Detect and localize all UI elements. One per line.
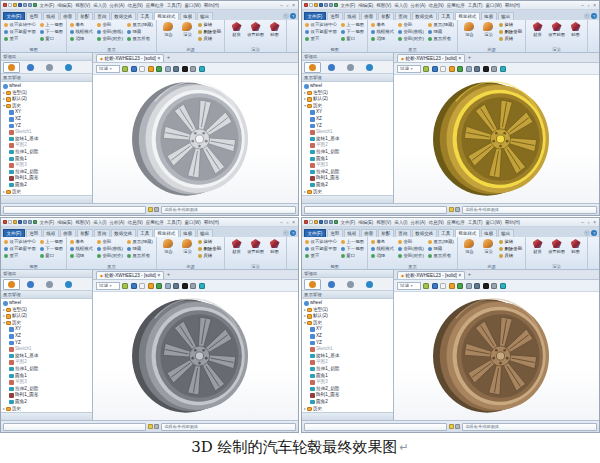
annotate-icon[interactable]: [173, 283, 179, 289]
tree-item[interactable]: 拉伸2_切除: [302, 169, 393, 176]
tree-item[interactable]: Sketch1: [302, 346, 393, 353]
ribbon-button[interactable]: 全部(曲线): [97, 245, 123, 252]
scene-icon[interactable]: [457, 283, 463, 289]
ribbon-button[interactable]: 渲染: [179, 21, 196, 37]
tree-item[interactable]: 阵列1_圆形: [302, 392, 393, 399]
ribbon-button[interactable]: 全部: [398, 238, 424, 245]
wireframe-mode-icon[interactable]: [432, 283, 438, 289]
ribbon-button[interactable]: 设置观察平面: [305, 28, 337, 35]
tree-item[interactable]: XY: [1, 326, 92, 333]
redefine-manager-tab[interactable]: [41, 279, 58, 290]
ribbon-tab[interactable]: 输出: [197, 12, 213, 20]
tree-item[interactable]: 草图2: [1, 142, 92, 149]
collapse-ribbon-icon[interactable]: ˆ: [283, 13, 289, 19]
tree-item[interactable]: 旋转1_基体: [1, 136, 92, 143]
expand-arrow-icon[interactable]: ▸: [304, 96, 306, 103]
ribbon-tab[interactable]: 工具: [438, 12, 454, 20]
ribbon-tab[interactable]: 文件(F): [3, 229, 25, 237]
render-ball-icon[interactable]: [199, 66, 205, 72]
tree-item[interactable]: 草图3: [1, 379, 92, 386]
ribbon-tab[interactable]: 工具: [438, 229, 454, 237]
menu-item[interactable]: 信息(N): [429, 220, 444, 225]
menu-item[interactable]: 信息(N): [128, 3, 143, 8]
tree-item[interactable]: ▸造型(1): [302, 307, 393, 314]
ribbon-tab[interactable]: 装配: [77, 229, 93, 237]
ribbon-tab[interactable]: 电极: [481, 12, 497, 20]
ribbon-button[interactable]: 渲染: [480, 238, 497, 254]
wheel-3d-model[interactable]: [429, 81, 564, 197]
ribbon-tab[interactable]: 装配: [77, 12, 93, 20]
ribbon-button[interactable]: 设置旋转中心: [305, 238, 337, 245]
ribbon-button[interactable]: 线框模式: [371, 245, 394, 252]
assembly-manager-tab[interactable]: [22, 279, 39, 290]
menu-item[interactable]: 窗口(W): [185, 3, 201, 8]
close-tab-icon[interactable]: ×: [458, 273, 461, 278]
tree-item[interactable]: XY: [1, 109, 92, 116]
ribbon-button[interactable]: 贴图: [567, 238, 584, 254]
tree-item[interactable]: ▸造型(1): [1, 307, 92, 314]
menu-item[interactable]: 视图(V): [376, 3, 391, 8]
assembly-manager-tab[interactable]: [323, 62, 340, 73]
view-manager-tab[interactable]: [361, 62, 378, 73]
selection-filter-dropdown[interactable]: 过滤 ▾: [96, 282, 120, 290]
tree-item[interactable]: 拉伸2_切除: [1, 169, 92, 176]
menu-item[interactable]: 帮助(H): [505, 220, 520, 225]
ribbon-button[interactable]: 删除全部: [499, 28, 522, 35]
new-tab-button[interactable]: +: [468, 53, 471, 62]
ribbon-button[interactable]: 窗口: [40, 252, 63, 259]
save-icon[interactable]: [319, 3, 323, 7]
expand-arrow-icon[interactable]: ▸: [3, 307, 5, 314]
collapse-ribbon-icon[interactable]: ˆ: [283, 230, 289, 236]
ribbon-button[interactable]: 删除全部: [198, 28, 221, 35]
restore-icon[interactable]: ▫: [285, 3, 290, 8]
tree-item[interactable]: ▾历史: [1, 320, 92, 327]
ribbon-button[interactable]: 设置观察平面: [305, 245, 337, 252]
open-file-icon[interactable]: [13, 220, 17, 224]
list-icon[interactable]: [154, 424, 159, 429]
grid-icon[interactable]: [165, 283, 171, 289]
ribbon-button[interactable]: 线框模式: [371, 28, 394, 35]
minimize-icon[interactable]: –: [279, 220, 284, 225]
light-icon[interactable]: [148, 283, 154, 289]
tree-item[interactable]: 草图3: [302, 379, 393, 386]
scene-icon[interactable]: [156, 283, 162, 289]
prompt-icon[interactable]: [449, 207, 454, 212]
scene-icon[interactable]: [457, 66, 463, 72]
tree-item[interactable]: 旋转1_基体: [302, 353, 393, 360]
ribbon-button[interactable]: 显示所有: [428, 35, 454, 42]
tree-item[interactable]: 圆角2: [1, 399, 92, 406]
ribbon-tab[interactable]: 文件(F): [304, 229, 326, 237]
wireframe-mode-icon[interactable]: [131, 66, 137, 72]
ribbon-button[interactable]: 材质: [529, 21, 546, 37]
ribbon-button[interactable]: 全部: [97, 238, 123, 245]
ribbon-button[interactable]: 反转: [499, 35, 522, 42]
redo-icon[interactable]: [28, 3, 32, 7]
undo-icon[interactable]: [324, 3, 328, 7]
menu-item[interactable]: 窗口(W): [486, 220, 502, 225]
ribbon-tab[interactable]: 输出: [498, 229, 514, 237]
redo-icon[interactable]: [329, 220, 333, 224]
open-file-icon[interactable]: [314, 220, 318, 224]
ribbon-tab[interactable]: 造型: [327, 12, 343, 20]
ribbon-button[interactable]: 下一视图: [40, 28, 63, 35]
tree-item[interactable]: ▸默认(2): [302, 96, 393, 103]
ribbon-tab[interactable]: 文件(F): [3, 12, 25, 20]
ribbon-button[interactable]: 材质: [228, 238, 245, 254]
ribbon-button[interactable]: 隐藏: [127, 28, 153, 35]
ribbon-button[interactable]: 混合: [461, 21, 478, 37]
app-logo-icon[interactable]: [304, 220, 308, 224]
light-icon[interactable]: [148, 66, 154, 72]
menu-item[interactable]: 分析(A): [411, 3, 426, 8]
tree-item[interactable]: 拉伸1_切除: [302, 149, 393, 156]
menu-item[interactable]: 工具(T): [167, 220, 182, 225]
ribbon-tab[interactable]: 造型: [327, 229, 343, 237]
tree-item[interactable]: 阵列1_圆形: [1, 175, 92, 182]
help-icon[interactable]: ?: [290, 230, 296, 236]
ribbon-button[interactable]: 全部(对齐): [398, 252, 424, 259]
menu-item[interactable]: 应用程序: [447, 3, 465, 8]
ribbon-button[interactable]: 反转: [499, 252, 522, 259]
tree-item[interactable]: wheel: [1, 83, 92, 90]
menu-item[interactable]: 分析(A): [411, 220, 426, 225]
tree-item[interactable]: XZ: [1, 333, 92, 340]
menu-item[interactable]: 插入(I): [93, 3, 106, 8]
